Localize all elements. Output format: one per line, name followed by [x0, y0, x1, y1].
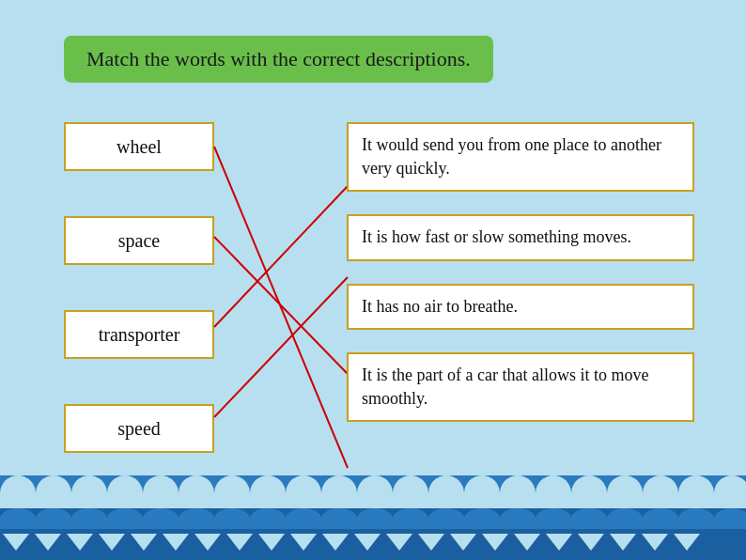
scallop — [643, 475, 678, 511]
desc-box-4[interactable]: It is the part of a car that allows it t… — [347, 352, 694, 422]
scallop — [571, 475, 607, 511]
triangle-row — [0, 534, 746, 551]
scallop — [179, 475, 214, 511]
inner-scallop — [643, 508, 678, 529]
inner-scallop — [71, 508, 107, 529]
svg-line-0 — [214, 147, 348, 468]
words-column: wheel space transporter speed — [64, 122, 214, 453]
triangle — [578, 534, 604, 551]
inner-scallop — [571, 508, 607, 529]
triangle — [610, 534, 636, 551]
scallop — [500, 475, 536, 511]
svg-line-3 — [214, 277, 348, 417]
word-box-wheel[interactable]: wheel — [64, 122, 214, 171]
inner-scallop — [464, 508, 500, 529]
scallop — [71, 475, 107, 511]
triangle — [386, 534, 412, 551]
word-box-speed[interactable]: speed — [64, 404, 214, 453]
inner-scallop — [357, 508, 393, 529]
triangle — [131, 534, 157, 551]
triangle — [674, 534, 700, 551]
instruction-text: Match the words with the correct descrip… — [86, 47, 471, 70]
triangle — [258, 534, 285, 551]
inner-scallop — [107, 508, 143, 529]
inner-scallop-row — [0, 508, 746, 529]
triangle — [642, 534, 668, 551]
triangle — [418, 534, 444, 551]
scallop-row-top — [0, 475, 746, 511]
inner-scallop — [393, 508, 428, 529]
triangle — [322, 534, 349, 551]
scallop — [607, 475, 643, 511]
scallop — [464, 475, 500, 511]
scallop — [286, 475, 321, 511]
scallop — [428, 475, 464, 511]
instruction-banner: Match the words with the correct descrip… — [64, 36, 493, 83]
inner-scallop — [714, 508, 746, 529]
word-box-space[interactable]: space — [64, 216, 214, 265]
scallop — [250, 475, 286, 511]
desc-box-1[interactable]: It would send you from one place to anot… — [347, 122, 694, 192]
scallop — [714, 475, 746, 511]
inner-scallop — [428, 508, 464, 529]
svg-line-2 — [214, 186, 348, 327]
wave-bar — [0, 475, 746, 560]
word-box-transporter[interactable]: transporter — [64, 310, 214, 359]
scallop — [357, 475, 393, 511]
descriptions-column: It would send you from one place to anot… — [347, 122, 694, 422]
desc-box-3[interactable]: It has no air to breathe. — [347, 284, 694, 330]
scallop — [107, 475, 143, 511]
triangle — [194, 534, 221, 551]
triangle — [67, 534, 93, 551]
triangle — [3, 534, 29, 551]
inner-scallop — [0, 508, 36, 529]
inner-scallop — [536, 508, 571, 529]
scallop — [0, 475, 36, 511]
inner-wave-bar — [0, 508, 746, 560]
scallop — [393, 475, 428, 511]
scallop — [214, 475, 250, 511]
inner-scallop — [143, 508, 179, 529]
triangle — [546, 534, 572, 551]
scallop — [536, 475, 571, 511]
scallop — [143, 475, 179, 511]
triangle — [482, 534, 508, 551]
triangle — [35, 534, 61, 551]
svg-line-1 — [214, 237, 348, 374]
inner-scallop — [607, 508, 643, 529]
triangle — [514, 534, 540, 551]
triangle — [290, 534, 317, 551]
triangle — [99, 534, 125, 551]
inner-scallop — [286, 508, 321, 529]
triangle — [163, 534, 189, 551]
scallop — [678, 475, 714, 511]
scallop — [321, 475, 357, 511]
inner-scallop — [214, 508, 250, 529]
inner-scallop — [678, 508, 714, 529]
inner-scallop — [321, 508, 357, 529]
inner-scallop — [250, 508, 286, 529]
triangle — [354, 534, 381, 551]
triangle — [226, 534, 253, 551]
inner-scallop — [179, 508, 214, 529]
desc-box-2[interactable]: It is how fast or slow something moves. — [347, 214, 694, 260]
inner-scallop — [36, 508, 71, 529]
triangle — [450, 534, 476, 551]
scallop — [36, 475, 71, 511]
inner-scallop — [500, 508, 536, 529]
matching-area: wheel space transporter speed It would s… — [0, 113, 746, 507]
